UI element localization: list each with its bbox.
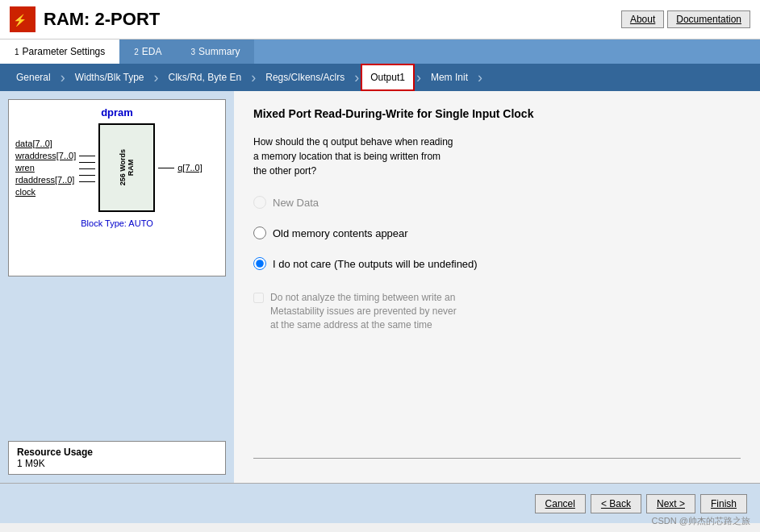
resource-box: Resource Usage 1 M9K bbox=[8, 441, 226, 475]
diagram-chip: 256 WordsRAM bbox=[98, 123, 155, 212]
cancel-button[interactable]: Cancel bbox=[535, 494, 586, 513]
bottom-bar: Cancel < Back Next > Finish bbox=[0, 483, 760, 523]
step-meminit-label: Mem Init bbox=[431, 72, 468, 83]
arrow6: › bbox=[478, 69, 482, 86]
arrow3: › bbox=[251, 69, 256, 86]
watermark: CSDN @帅杰的芯路之旅 bbox=[652, 515, 750, 527]
tab3-label: Summary bbox=[198, 46, 240, 57]
label-old-memory: Old memory contents appear bbox=[273, 227, 408, 239]
tab1-label: Parameter Settings bbox=[23, 46, 106, 57]
about-button[interactable]: About bbox=[621, 10, 664, 28]
tab3-num: 3 bbox=[191, 48, 196, 56]
tab-parameter-settings[interactable]: 1 Parameter Settings bbox=[0, 39, 119, 64]
step-regs[interactable]: Regs/Clkens/Aclrs bbox=[257, 65, 353, 89]
label-new-data: New Data bbox=[273, 197, 319, 209]
step-general[interactable]: General bbox=[8, 65, 59, 89]
tab1-num: 1 bbox=[15, 48, 19, 56]
label-clock: clock bbox=[15, 187, 76, 197]
page-title: RAM: 2-PORT bbox=[44, 9, 160, 30]
label-dont-care: I do not care (The outputs will be undef… bbox=[273, 258, 478, 270]
radio-new-data[interactable] bbox=[253, 196, 266, 209]
step-clks[interactable]: Clks/Rd, Byte En bbox=[161, 65, 250, 89]
arrow4: › bbox=[354, 69, 359, 86]
section-description: How should the q output behave when read… bbox=[253, 135, 741, 178]
tab-bar: 1 Parameter Settings 2 EDA 3 Summary bbox=[0, 39, 760, 64]
main-area: dpram data[7..0] wraddress[7..0] wren rd… bbox=[0, 91, 760, 483]
section-title: Mixed Port Read-During-Write for Single … bbox=[253, 107, 741, 120]
app-icon: ⚡ bbox=[10, 6, 35, 32]
step-general-label: General bbox=[16, 72, 51, 83]
svg-text:⚡: ⚡ bbox=[13, 14, 27, 27]
tab2-num: 2 bbox=[134, 48, 139, 56]
step-output1-label: Output1 bbox=[370, 72, 405, 83]
step-bar: General › Widths/Blk Type › Clks/Rd, Byt… bbox=[0, 64, 760, 91]
label-wren: wren bbox=[15, 163, 76, 172]
arrow5: › bbox=[416, 69, 421, 86]
diagram-box: dpram data[7..0] wraddress[7..0] wren rd… bbox=[8, 99, 226, 276]
label-rdaddress: rdaddress[7..0] bbox=[15, 175, 76, 185]
step-meminit[interactable]: Mem Init bbox=[423, 65, 476, 89]
resource-value: 1 M9K bbox=[17, 458, 217, 469]
checkbox-timing: Do not analyze the timing between write … bbox=[253, 291, 741, 331]
checkbox-timing-label: Do not analyze the timing between write … bbox=[270, 291, 457, 331]
title-bar-left: ⚡ RAM: 2-PORT bbox=[10, 6, 160, 32]
tab-summary[interactable]: 3 Summary bbox=[177, 39, 255, 64]
title-bar-right: About Documentation bbox=[621, 10, 750, 28]
step-regs-label: Regs/Clkens/Aclrs bbox=[265, 72, 345, 83]
resource-title: Resource Usage bbox=[17, 447, 217, 458]
block-type: Block Type: AUTO bbox=[15, 218, 219, 228]
documentation-button[interactable]: Documentation bbox=[667, 10, 750, 28]
option-dont-care: I do not care (The outputs will be undef… bbox=[253, 257, 741, 270]
diagram-left-labels: data[7..0] wraddress[7..0] wren rdaddres… bbox=[15, 139, 76, 197]
option-new-data: New Data bbox=[253, 196, 741, 209]
arrow2: › bbox=[154, 69, 159, 86]
title-bar: ⚡ RAM: 2-PORT About Documentation bbox=[0, 0, 760, 39]
right-panel: Mixed Port Read-During-Write for Single … bbox=[234, 91, 760, 483]
next-button[interactable]: Next > bbox=[646, 494, 695, 513]
step-widths-label: Widths/Blk Type bbox=[75, 72, 144, 83]
chip-label: 256 WordsRAM bbox=[119, 149, 135, 185]
left-panel: dpram data[7..0] wraddress[7..0] wren rd… bbox=[0, 91, 234, 483]
diagram-right-labels: q[7..0] bbox=[177, 163, 203, 172]
back-button[interactable]: < Back bbox=[591, 494, 641, 513]
step-clks-label: Clks/Rd, Byte En bbox=[169, 72, 242, 83]
checkbox-timing-input[interactable] bbox=[253, 293, 264, 303]
option-old-memory: Old memory contents appear bbox=[253, 227, 741, 239]
label-q: q[7..0] bbox=[177, 163, 203, 172]
arrow1: › bbox=[61, 69, 65, 86]
radio-old-memory[interactable] bbox=[253, 227, 266, 239]
step-widths[interactable]: Widths/Blk Type bbox=[67, 65, 152, 89]
tab-eda[interactable]: 2 EDA bbox=[119, 39, 176, 64]
label-wraddress: wraddress[7..0] bbox=[15, 151, 76, 160]
tab2-label: EDA bbox=[142, 46, 162, 57]
label-data: data[7..0] bbox=[15, 139, 76, 148]
radio-dont-care[interactable] bbox=[253, 257, 266, 270]
divider bbox=[253, 458, 741, 459]
step-output1[interactable]: Output1 bbox=[361, 64, 415, 91]
finish-button[interactable]: Finish bbox=[700, 494, 747, 513]
diagram-title: dpram bbox=[15, 106, 219, 118]
